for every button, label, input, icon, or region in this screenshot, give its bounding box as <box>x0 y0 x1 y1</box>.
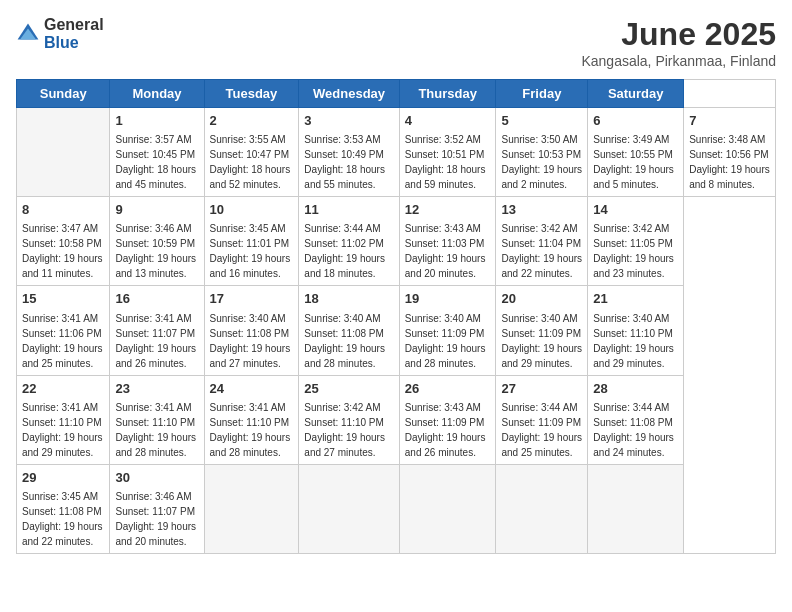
day-cell-17: 17 Sunrise: 3:40 AMSunset: 11:08 PMDayli… <box>204 286 299 375</box>
day-cell-27: 27 Sunrise: 3:44 AMSunset: 11:09 PMDayli… <box>496 375 588 464</box>
day-header-wednesday: Wednesday <box>299 80 399 108</box>
day-cell-30: 30 Sunrise: 3:46 AMSunset: 11:07 PMDayli… <box>110 464 204 553</box>
calendar-table: SundayMondayTuesdayWednesdayThursdayFrid… <box>16 79 776 554</box>
day-cell-6: 6 Sunrise: 3:49 AMSunset: 10:55 PMDaylig… <box>588 108 684 197</box>
day-info: Sunrise: 3:55 AMSunset: 10:47 PMDaylight… <box>210 134 291 190</box>
day-info: Sunrise: 3:46 AMSunset: 11:07 PMDaylight… <box>115 491 196 547</box>
day-info: Sunrise: 3:52 AMSunset: 10:51 PMDaylight… <box>405 134 486 190</box>
day-header-saturday: Saturday <box>588 80 684 108</box>
day-info: Sunrise: 3:40 AMSunset: 11:10 PMDaylight… <box>593 313 674 369</box>
day-cell-11: 11 Sunrise: 3:44 AMSunset: 11:02 PMDayli… <box>299 197 399 286</box>
day-info: Sunrise: 3:43 AMSunset: 11:03 PMDaylight… <box>405 223 486 279</box>
day-number: 16 <box>115 290 198 308</box>
day-number: 20 <box>501 290 582 308</box>
day-cell-14: 14 Sunrise: 3:42 AMSunset: 11:05 PMDayli… <box>588 197 684 286</box>
day-info: Sunrise: 3:40 AMSunset: 11:08 PMDaylight… <box>304 313 385 369</box>
day-number: 22 <box>22 380 104 398</box>
day-cell-4: 4 Sunrise: 3:52 AMSunset: 10:51 PMDaylig… <box>399 108 496 197</box>
day-number: 24 <box>210 380 294 398</box>
day-number: 9 <box>115 201 198 219</box>
day-cell-26: 26 Sunrise: 3:43 AMSunset: 11:09 PMDayli… <box>399 375 496 464</box>
day-cell-15: 15 Sunrise: 3:41 AMSunset: 11:06 PMDayli… <box>17 286 110 375</box>
day-cell-7: 7 Sunrise: 3:48 AMSunset: 10:56 PMDaylig… <box>684 108 776 197</box>
day-header-tuesday: Tuesday <box>204 80 299 108</box>
week-row-3: 22 Sunrise: 3:41 AMSunset: 11:10 PMDayli… <box>17 375 776 464</box>
day-number: 12 <box>405 201 491 219</box>
day-number: 17 <box>210 290 294 308</box>
logo-blue: Blue <box>44 34 79 51</box>
day-number: 7 <box>689 112 770 130</box>
month-title: June 2025 <box>581 16 776 53</box>
day-info: Sunrise: 3:41 AMSunset: 11:10 PMDaylight… <box>22 402 103 458</box>
empty-cell <box>399 464 496 553</box>
day-cell-29: 29 Sunrise: 3:45 AMSunset: 11:08 PMDayli… <box>17 464 110 553</box>
day-header-sunday: Sunday <box>17 80 110 108</box>
day-cell-1: 1 Sunrise: 3:57 AMSunset: 10:45 PMDaylig… <box>110 108 204 197</box>
day-cell-24: 24 Sunrise: 3:41 AMSunset: 11:10 PMDayli… <box>204 375 299 464</box>
day-cell-22: 22 Sunrise: 3:41 AMSunset: 11:10 PMDayli… <box>17 375 110 464</box>
day-info: Sunrise: 3:43 AMSunset: 11:09 PMDaylight… <box>405 402 486 458</box>
day-info: Sunrise: 3:45 AMSunset: 11:01 PMDaylight… <box>210 223 291 279</box>
day-cell-18: 18 Sunrise: 3:40 AMSunset: 11:08 PMDayli… <box>299 286 399 375</box>
empty-cell <box>299 464 399 553</box>
day-number: 4 <box>405 112 491 130</box>
day-cell-13: 13 Sunrise: 3:42 AMSunset: 11:04 PMDayli… <box>496 197 588 286</box>
day-header-monday: Monday <box>110 80 204 108</box>
day-info: Sunrise: 3:41 AMSunset: 11:10 PMDaylight… <box>115 402 196 458</box>
day-number: 2 <box>210 112 294 130</box>
week-row-4: 29 Sunrise: 3:45 AMSunset: 11:08 PMDayli… <box>17 464 776 553</box>
day-cell-5: 5 Sunrise: 3:50 AMSunset: 10:53 PMDaylig… <box>496 108 588 197</box>
day-cell-25: 25 Sunrise: 3:42 AMSunset: 11:10 PMDayli… <box>299 375 399 464</box>
day-cell-23: 23 Sunrise: 3:41 AMSunset: 11:10 PMDayli… <box>110 375 204 464</box>
day-number: 1 <box>115 112 198 130</box>
day-header-friday: Friday <box>496 80 588 108</box>
day-info: Sunrise: 3:48 AMSunset: 10:56 PMDaylight… <box>689 134 770 190</box>
day-number: 11 <box>304 201 393 219</box>
empty-cell <box>204 464 299 553</box>
day-number: 28 <box>593 380 678 398</box>
logo: General Blue <box>16 16 104 52</box>
day-info: Sunrise: 3:40 AMSunset: 11:09 PMDaylight… <box>501 313 582 369</box>
day-header-thursday: Thursday <box>399 80 496 108</box>
calendar-header-row: SundayMondayTuesdayWednesdayThursdayFrid… <box>17 80 776 108</box>
empty-cell <box>17 108 110 197</box>
day-info: Sunrise: 3:53 AMSunset: 10:49 PMDaylight… <box>304 134 385 190</box>
day-cell-2: 2 Sunrise: 3:55 AMSunset: 10:47 PMDaylig… <box>204 108 299 197</box>
day-cell-16: 16 Sunrise: 3:41 AMSunset: 11:07 PMDayli… <box>110 286 204 375</box>
day-info: Sunrise: 3:41 AMSunset: 11:06 PMDaylight… <box>22 313 103 369</box>
day-info: Sunrise: 3:42 AMSunset: 11:10 PMDaylight… <box>304 402 385 458</box>
day-number: 18 <box>304 290 393 308</box>
day-cell-3: 3 Sunrise: 3:53 AMSunset: 10:49 PMDaylig… <box>299 108 399 197</box>
day-cell-21: 21 Sunrise: 3:40 AMSunset: 11:10 PMDayli… <box>588 286 684 375</box>
day-cell-8: 8 Sunrise: 3:47 AMSunset: 10:58 PMDaylig… <box>17 197 110 286</box>
day-info: Sunrise: 3:41 AMSunset: 11:10 PMDaylight… <box>210 402 291 458</box>
day-cell-12: 12 Sunrise: 3:43 AMSunset: 11:03 PMDayli… <box>399 197 496 286</box>
day-cell-19: 19 Sunrise: 3:40 AMSunset: 11:09 PMDayli… <box>399 286 496 375</box>
day-info: Sunrise: 3:40 AMSunset: 11:08 PMDaylight… <box>210 313 291 369</box>
day-info: Sunrise: 3:47 AMSunset: 10:58 PMDaylight… <box>22 223 103 279</box>
day-number: 13 <box>501 201 582 219</box>
day-number: 10 <box>210 201 294 219</box>
day-info: Sunrise: 3:50 AMSunset: 10:53 PMDaylight… <box>501 134 582 190</box>
day-number: 5 <box>501 112 582 130</box>
day-number: 30 <box>115 469 198 487</box>
day-cell-20: 20 Sunrise: 3:40 AMSunset: 11:09 PMDayli… <box>496 286 588 375</box>
day-info: Sunrise: 3:40 AMSunset: 11:09 PMDaylight… <box>405 313 486 369</box>
logo-icon <box>16 22 40 46</box>
header: General Blue June 2025 Kangasala, Pirkan… <box>16 16 776 69</box>
day-number: 3 <box>304 112 393 130</box>
day-info: Sunrise: 3:44 AMSunset: 11:02 PMDaylight… <box>304 223 385 279</box>
day-info: Sunrise: 3:46 AMSunset: 10:59 PMDaylight… <box>115 223 196 279</box>
day-info: Sunrise: 3:42 AMSunset: 11:05 PMDaylight… <box>593 223 674 279</box>
location-title: Kangasala, Pirkanmaa, Finland <box>581 53 776 69</box>
day-info: Sunrise: 3:49 AMSunset: 10:55 PMDaylight… <box>593 134 674 190</box>
empty-cell <box>496 464 588 553</box>
title-area: June 2025 Kangasala, Pirkanmaa, Finland <box>581 16 776 69</box>
day-number: 29 <box>22 469 104 487</box>
day-info: Sunrise: 3:42 AMSunset: 11:04 PMDaylight… <box>501 223 582 279</box>
day-info: Sunrise: 3:44 AMSunset: 11:08 PMDaylight… <box>593 402 674 458</box>
logo-general: General <box>44 16 104 33</box>
day-number: 6 <box>593 112 678 130</box>
empty-cell <box>588 464 684 553</box>
day-number: 19 <box>405 290 491 308</box>
